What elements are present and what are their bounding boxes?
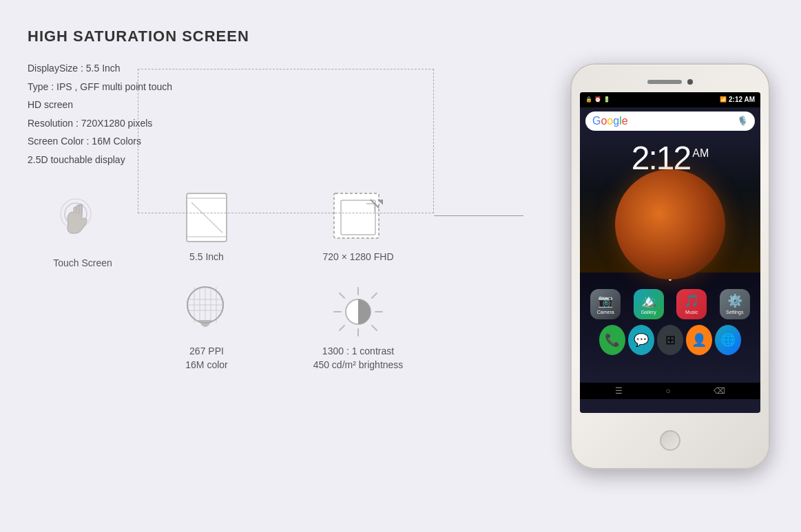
touch-screen-label: Touch Screen bbox=[53, 257, 112, 268]
phone-bottom bbox=[660, 413, 680, 468]
spec-item-5: Screen Color : 16M Colors bbox=[28, 132, 519, 151]
apps-dock-row: 📞 💬 ⊞ 👤 🌐 bbox=[585, 325, 755, 355]
status-time: 2:12 AM bbox=[729, 96, 755, 103]
phone-screen: 🔒 ⏰ 🔋 📶 2:12 AM Google 🎙️ bbox=[580, 92, 760, 413]
screen-size-label: 5.5 Inch bbox=[189, 251, 224, 264]
phone-top bbox=[572, 65, 769, 92]
gallery-symbol: 🏔️ bbox=[641, 293, 656, 308]
ppi-item: 267 PPI 16M color bbox=[152, 284, 262, 372]
planet-graphic bbox=[615, 169, 725, 279]
status-icons-right: 📶 2:12 AM bbox=[720, 96, 755, 103]
contrast-label-1: 1300 : 1 contrast bbox=[322, 345, 394, 359]
apps-row-main: 📷 Camera 🏔️ Gallery 🎵 Music ⚙️ bbox=[585, 289, 755, 319]
ppi-icon bbox=[179, 284, 234, 339]
spec-item-2: Type : IPS , GFF multi point touch bbox=[28, 78, 519, 96]
messages-symbol: 💬 bbox=[634, 332, 649, 348]
ppi-label-2: 16M color bbox=[185, 359, 227, 372]
gallery-label: Gallery bbox=[641, 310, 656, 315]
svg-line-32 bbox=[340, 326, 344, 330]
spec-item-6: 2.5D touchable display bbox=[28, 151, 519, 169]
alarm-icon: ⏰ bbox=[594, 96, 601, 103]
nav-back-icon[interactable]: ⌫ bbox=[714, 386, 725, 396]
app-phone[interactable]: 📞 bbox=[599, 325, 625, 355]
contrast-label-2: 450 cd/m² brightness bbox=[313, 359, 404, 372]
phone-symbol: 📞 bbox=[605, 332, 620, 348]
google-logo: Google bbox=[592, 115, 628, 127]
screen-apps: 📷 Camera 🏔️ Gallery 🎵 Music ⚙️ bbox=[580, 273, 760, 383]
screen-size-icon bbox=[179, 190, 234, 245]
app-apps-grid[interactable]: ⊞ bbox=[657, 325, 683, 355]
status-icons-left: 🔒 ⏰ 🔋 bbox=[585, 96, 610, 103]
mic-icon: 🎙️ bbox=[737, 116, 748, 126]
speaker-grille bbox=[647, 80, 682, 84]
apps-symbol: ⊞ bbox=[665, 332, 676, 348]
home-button[interactable] bbox=[660, 430, 680, 451]
specs-row-2: 267 PPI 16M color bbox=[152, 284, 413, 372]
section-title: HIGH SATURATION SCREEN bbox=[28, 28, 519, 45]
contacts-symbol: 👤 bbox=[691, 332, 707, 348]
svg-line-31 bbox=[372, 293, 377, 298]
battery-icon: 🔋 bbox=[603, 96, 610, 103]
app-gallery[interactable]: 🏔️ Gallery bbox=[634, 289, 664, 319]
icons-area: Touch Screen bbox=[28, 190, 519, 372]
touch-screen-col: Touch Screen bbox=[28, 190, 138, 268]
spec-item-1: DisplaySize : 5.5 Inch bbox=[28, 59, 519, 78]
app-messages[interactable]: 💬 bbox=[628, 325, 654, 355]
screen-clock-area: 2:12 AM 4/2/2016 bbox=[580, 135, 760, 273]
specs-icons-grid: 5.5 Inch bbox=[152, 190, 413, 372]
left-content: HIGH SATURATION SCREEN DisplaySize : 5.5… bbox=[0, 0, 539, 532]
main-container: HIGH SATURATION SCREEN DisplaySize : 5.5… bbox=[0, 0, 801, 532]
camera-label: Camera bbox=[597, 310, 614, 315]
spec-item-3: HD screen bbox=[28, 96, 519, 114]
contrast-item: 1300 : 1 contrast 450 cd/m² brightness bbox=[303, 284, 413, 372]
contrast-icon bbox=[331, 284, 386, 339]
app-contacts[interactable]: 👤 bbox=[686, 325, 712, 355]
svg-line-30 bbox=[372, 326, 377, 330]
svg-rect-10 bbox=[341, 200, 375, 235]
app-camera[interactable]: 📷 Camera bbox=[590, 289, 621, 319]
specs-row-1: 5.5 Inch bbox=[152, 190, 413, 264]
screen-statusbar: 🔒 ⏰ 🔋 📶 2:12 AM bbox=[580, 92, 760, 107]
camera-symbol: 📷 bbox=[598, 293, 613, 308]
screen-navbar: ☰ ○ ⌫ bbox=[580, 383, 760, 399]
resolution-item: 720 × 1280 FHD bbox=[303, 190, 413, 264]
nav-menu-icon[interactable]: ☰ bbox=[615, 386, 623, 396]
settings-symbol: ⚙️ bbox=[727, 293, 742, 308]
phone-frame: 🔒 ⏰ 🔋 📶 2:12 AM Google 🎙️ bbox=[570, 63, 770, 469]
music-label: Music bbox=[685, 310, 698, 315]
app-settings[interactable]: ⚙️ Settings bbox=[720, 289, 750, 319]
screen-size-item: 5.5 Inch bbox=[152, 190, 262, 264]
svg-line-29 bbox=[340, 293, 344, 298]
front-camera-icon bbox=[687, 79, 693, 85]
lock-icon: 🔒 bbox=[585, 96, 592, 103]
resolution-icon bbox=[331, 190, 386, 245]
browser-symbol: 🌐 bbox=[720, 332, 736, 348]
signal-icon: 📶 bbox=[720, 96, 727, 103]
music-symbol: 🎵 bbox=[684, 293, 699, 308]
clock-ampm: AM bbox=[692, 147, 709, 160]
app-music[interactable]: 🎵 Music bbox=[676, 289, 707, 319]
app-browser[interactable]: 🌐 bbox=[715, 325, 741, 355]
touch-hand-icon bbox=[55, 197, 110, 252]
settings-label: Settings bbox=[726, 310, 743, 315]
screen-search-bar[interactable]: Google 🎙️ bbox=[585, 111, 755, 131]
nav-home-icon[interactable]: ○ bbox=[665, 386, 670, 396]
resolution-label: 720 × 1280 FHD bbox=[322, 251, 393, 264]
phone-container: 🔒 ⏰ 🔋 📶 2:12 AM Google 🎙️ bbox=[539, 0, 801, 532]
ppi-label-1: 267 PPI bbox=[189, 345, 224, 359]
spec-list: DisplaySize : 5.5 Inch Type : IPS , GFF … bbox=[28, 59, 519, 169]
spec-item-4: Resolution : 720X1280 pixels bbox=[28, 114, 519, 133]
